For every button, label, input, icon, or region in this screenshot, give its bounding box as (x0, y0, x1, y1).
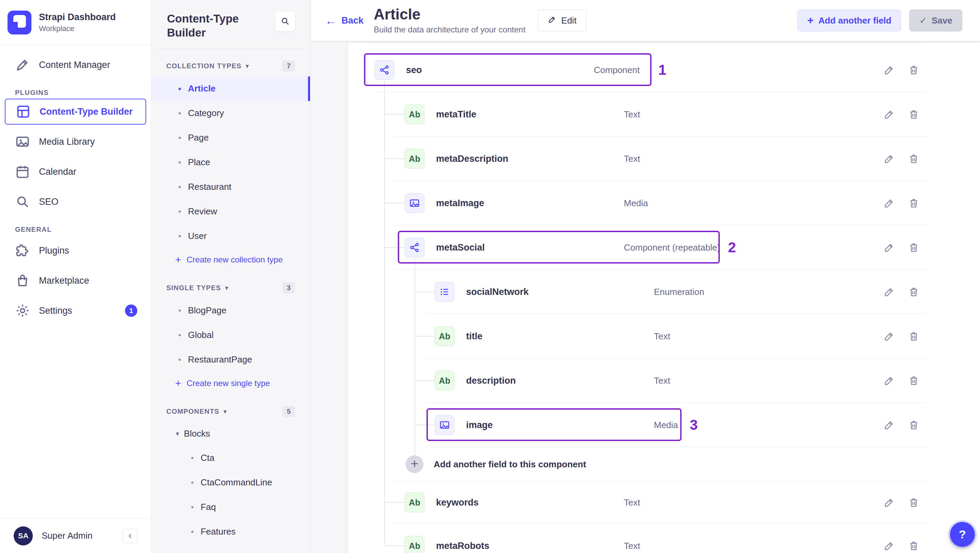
sidebar-item-settings[interactable]: Settings 1 (0, 296, 151, 326)
create-collection-type-link[interactable]: + Create new collection type (151, 248, 310, 271)
edit-field-button[interactable] (882, 329, 897, 344)
edit-button[interactable]: Edit (538, 10, 587, 32)
subnav-item-label: Place (188, 157, 210, 168)
media-field-icon (405, 193, 425, 213)
help-button[interactable]: ? (950, 522, 975, 547)
field-row-metarobots: Ab metaRobots Text (375, 524, 927, 553)
plus-icon: + (807, 15, 814, 25)
subnav-item-features[interactable]: • Features (151, 520, 310, 544)
edit-label: Edit (562, 15, 577, 26)
collapse-icon: ‹ (128, 529, 132, 541)
text-field-icon: Ab (405, 493, 425, 512)
delete-field-button[interactable] (906, 538, 921, 553)
add-another-field-button[interactable]: + Add another field (797, 10, 901, 32)
annotation-number-3: 3 (690, 417, 698, 433)
field-type: Component (594, 65, 882, 75)
sidebar-item-content-manager[interactable]: Content Manager (0, 50, 151, 80)
subnav-item-category[interactable]: • Category (151, 101, 310, 126)
field-row-title: Ab title Text (375, 314, 927, 358)
delete-field-button[interactable] (906, 329, 921, 344)
components-group-blocks[interactable]: ▾ Blocks (151, 422, 310, 446)
subnav-item-faq[interactable]: • Faq (151, 495, 310, 520)
main-sidebar: Strapi Dashboard Workplace Content Manag… (0, 0, 151, 553)
edit-field-button[interactable] (882, 107, 897, 122)
collection-types-header[interactable]: COLLECTION TYPES ▾ 7 (151, 56, 310, 76)
subnav-item-ctacommandline[interactable]: • CtaCommandLine (151, 470, 310, 495)
delete-field-button[interactable] (906, 195, 921, 211)
field-type: Text (624, 109, 882, 120)
create-single-type-link[interactable]: + Create new single type (151, 372, 310, 395)
subnav-item-article[interactable]: • Article (151, 76, 310, 101)
subnav-item-blogpage[interactable]: • BlogPage (151, 298, 310, 323)
sidebar-item-calendar[interactable]: Calendar (0, 157, 151, 187)
chevron-down-icon: ▾ (225, 284, 229, 292)
general-section-label: GENERAL (15, 226, 151, 234)
sidebar-item-marketplace[interactable]: Marketplace (0, 265, 151, 296)
bullet-icon: • (178, 232, 181, 241)
sidebar-item-label: SEO (39, 197, 58, 207)
subnav-item-label: BlogPage (188, 305, 226, 316)
field-name: description (466, 375, 654, 386)
annotation-number-2: 2 (728, 239, 736, 256)
chevron-down-icon: ▾ (245, 62, 249, 70)
sidebar-item-label: Content Manager (39, 60, 110, 70)
single-types-header[interactable]: SINGLE TYPES ▾ 3 (151, 278, 310, 298)
edit-field-button[interactable] (882, 495, 897, 510)
sidebar-item-media-library[interactable]: Media Library (0, 127, 151, 157)
section-label: SINGLE TYPES (166, 284, 221, 292)
delete-field-button[interactable] (906, 107, 921, 122)
delete-field-button[interactable] (906, 418, 921, 432)
edit-field-button[interactable] (882, 240, 897, 255)
edit-field-button[interactable] (882, 151, 897, 166)
delete-field-button[interactable] (906, 62, 921, 78)
back-link[interactable]: ← Back (325, 15, 364, 26)
bullet-icon: • (178, 133, 181, 143)
components-header[interactable]: COMPONENTS ▾ 5 (151, 401, 310, 422)
subnav-item-review[interactable]: • Review (151, 199, 310, 224)
subnav-item-restaurantpage[interactable]: • RestaurantPage (151, 348, 310, 372)
edit-field-button[interactable] (882, 418, 897, 432)
delete-field-button[interactable] (906, 240, 921, 255)
subnav-item-global[interactable]: • Global (151, 323, 310, 348)
edit-field-button[interactable] (882, 284, 897, 299)
edit-field-button[interactable] (882, 538, 897, 553)
field-name: image (466, 420, 654, 431)
component-field-icon (405, 238, 425, 257)
delete-field-button[interactable] (906, 373, 921, 388)
subnav-item-user[interactable]: • User (151, 224, 310, 248)
field-row-keywords: Ab keywords Text (375, 481, 927, 524)
media-field-icon (435, 415, 455, 435)
page-title: Article (374, 6, 538, 22)
collapse-sidebar-button[interactable]: ‹ (123, 529, 137, 543)
text-field-icon: Ab (435, 326, 455, 346)
subnav-item-restaurant[interactable]: • Restaurant (151, 175, 310, 199)
subnav-item-label: CtaCommandLine (200, 477, 272, 488)
sidebar-item-label: Settings (39, 305, 72, 316)
section-label: COMPONENTS (166, 408, 219, 415)
subnav-item-cta[interactable]: • Cta (151, 446, 310, 470)
subnav-item-page[interactable]: • Page (151, 126, 310, 150)
delete-field-button[interactable] (906, 495, 921, 510)
text-field-icon: Ab (405, 149, 425, 168)
search-button[interactable] (275, 12, 295, 32)
field-name: keywords (436, 497, 624, 508)
sidebar-item-seo[interactable]: SEO (0, 187, 151, 217)
sidebar-item-content-type-builder[interactable]: Content-Type Builder (5, 99, 146, 125)
subnav-item-label: Faq (200, 502, 216, 512)
subnav-item-place[interactable]: • Place (151, 150, 310, 175)
sidebar-item-plugins[interactable]: Plugins (0, 235, 151, 265)
delete-field-button[interactable] (906, 151, 921, 166)
edit-field-button[interactable] (882, 62, 897, 78)
save-button[interactable]: ✓ Save (909, 10, 962, 32)
add-field-to-component-row[interactable]: + Add another field to this component (375, 447, 927, 481)
sidebar-item-label: Calendar (39, 167, 76, 177)
plus-circle-icon: + (406, 455, 423, 473)
bullet-icon: • (191, 478, 194, 488)
field-row-seo: seo Component 1 (375, 48, 927, 92)
delete-field-button[interactable] (906, 284, 921, 299)
bullet-icon: • (191, 453, 194, 463)
edit-field-button[interactable] (882, 195, 897, 211)
single-count-badge: 3 (282, 282, 295, 294)
avatar[interactable]: SA (14, 526, 33, 545)
edit-field-button[interactable] (882, 373, 897, 388)
